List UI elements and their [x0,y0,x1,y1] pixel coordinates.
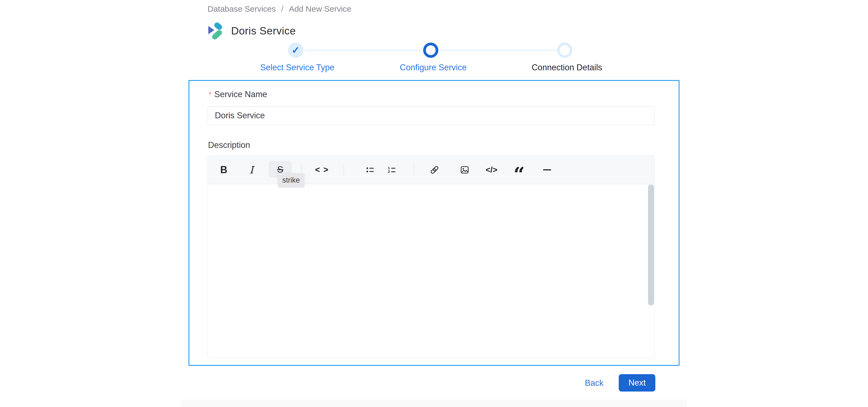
breadcrumb-database-services[interactable]: Database Services [208,4,276,13]
link-icon [430,165,439,175]
service-name-input[interactable] [208,106,654,125]
link-button[interactable] [426,161,443,179]
breadcrumb: Database Services / Add New Service [208,4,351,13]
inline-code-button[interactable]: < > [313,161,331,179]
image-button[interactable] [456,161,473,179]
bold-icon: B [220,164,227,176]
add-new-service-page: Database Services / Add New Service Dori… [0,0,868,407]
step-circle-active[interactable] [423,42,438,58]
svg-text:2: 2 [388,169,390,174]
ordered-list-icon: 1 2 [388,165,396,174]
service-name-label: *Service Name [209,90,267,99]
toolbar-divider [414,163,414,176]
bold-button[interactable]: B [215,161,232,179]
italic-button[interactable]: I [243,161,260,179]
quote-button[interactable]: “ [510,161,528,179]
footer-strip [181,400,687,407]
editor-toolbar: B I S < > 1 [208,156,654,184]
step-circle-upcoming[interactable] [557,42,572,58]
quote-icon: “ [514,163,525,186]
back-button[interactable]: Back [585,378,603,388]
page-title: Doris Service [231,25,296,37]
horizontal-rule-button[interactable] [538,161,556,179]
code-block-icon: </> [486,165,497,175]
breadcrumb-separator: / [281,4,283,13]
step-label-configure-service[interactable]: Configure Service [376,63,490,72]
image-icon [460,165,469,175]
description-editor: B I S < > 1 [208,155,654,358]
check-icon: ✓ [291,44,300,56]
ordered-list-button[interactable]: 1 2 [383,161,401,179]
step-label-select-service-type[interactable]: Select Service Type [240,63,354,72]
description-editor-body[interactable] [208,184,654,358]
step-circle-completed[interactable]: ✓ [288,42,303,58]
next-button[interactable]: Next [619,374,655,392]
step-label-connection-details: Connection Details [510,63,624,72]
horizontal-rule-icon [543,169,551,170]
stepper-connector-2 [440,50,557,51]
breadcrumb-add-new-service: Add New Service [289,4,351,13]
italic-icon: I [250,164,254,176]
doris-logo-icon [207,22,224,40]
strike-tooltip: strike [278,173,304,187]
bullet-list-icon [366,165,375,174]
editor-scrollbar-thumb[interactable] [648,185,654,306]
bullet-list-button[interactable] [362,161,379,179]
toolbar-divider [344,163,344,176]
description-label: Description [208,140,250,150]
required-asterisk: * [209,90,212,99]
code-block-button[interactable]: </> [483,161,500,179]
inline-code-icon: < > [315,165,329,175]
stepper-connector-1 [305,50,423,51]
